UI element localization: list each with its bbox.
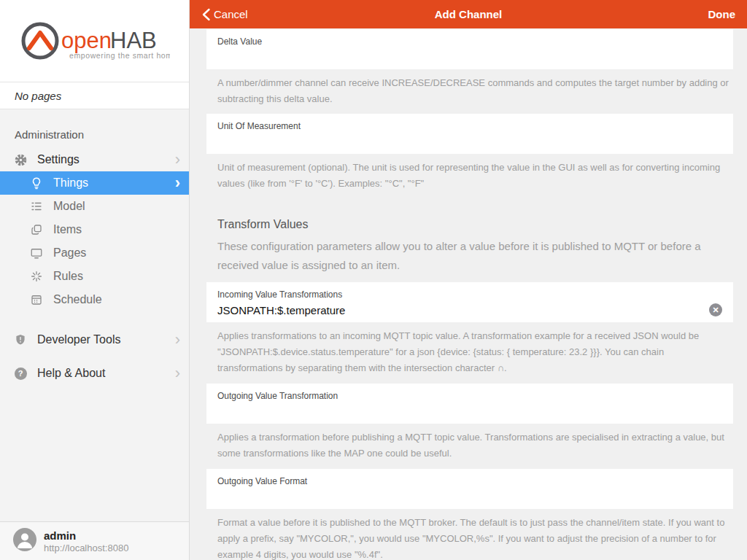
field-label: Outgoing Value Format [217,476,722,486]
outgoing-value-transformation-field: Outgoing Value Transformation [206,384,733,424]
sidebar-item-label: Schedule [53,293,102,306]
delta-value-field: Delta Value [206,29,733,69]
sidebar-item-label: Model [53,200,85,213]
pages-display-icon [29,246,44,260]
done-button[interactable]: Done [708,8,736,20]
field-label: Unit Of Measurement [217,121,722,131]
field-description: Applies transformations to an incoming M… [206,328,733,376]
sidebar-item-label: Rules [53,270,83,283]
transform-values-section-description: These configuration parameters allow you… [206,237,733,275]
sidebar-item-settings[interactable]: Settings › [0,148,189,171]
openhab-logo-graphic: open HAB empowering the smart home [20,18,170,64]
outgoing-value-format-input[interactable] [217,490,722,503]
field-description: Applies a transformation before publishi… [206,429,733,462]
schedule-calendar-icon [29,292,44,307]
outgoing-value-transformation-input[interactable] [217,405,722,418]
sidebar-item-rules[interactable]: Rules [0,265,189,288]
model-tree-icon [29,199,44,214]
field-label: Outgoing Value Transformation [217,391,722,401]
unit-of-measurement-field: Unit Of Measurement [206,114,733,154]
chevron-right-icon: › [175,332,180,347]
lightbulb-icon [29,176,44,190]
rules-sparkle-icon [29,269,44,284]
gear-icon [13,152,28,167]
sidebar-item-label: Developer Tools [37,333,120,346]
field-description: A number/dimmer channel can receive INCR… [206,75,733,107]
chevron-right-icon: › [175,366,180,381]
administration-heading: Administration [0,120,189,148]
transform-values-section-title: Transform Values [206,218,733,231]
add-channel-form: Delta Value A number/dimmer channel can … [190,28,747,560]
avatar [13,528,36,554]
sidebar-item-label: Help & About [37,367,105,380]
brand-word-open: open [61,28,112,53]
page-title: Add Channel [190,8,747,20]
brand-word-hab: HAB [110,28,157,53]
field-label: Incoming Value Transformations [217,289,722,300]
openhab-logo: open HAB empowering the smart home [0,0,189,82]
outgoing-value-format-field: Outgoing Value Format [206,469,733,509]
user-name: admin [44,529,128,542]
unit-of-measurement-input[interactable] [217,135,722,148]
add-channel-navbar: Cancel Add Channel Done [190,0,747,28]
field-description: Unit of measurement (optional). The unit… [206,160,733,192]
sidebar-item-model[interactable]: Model [0,195,189,218]
server-url: http://localhost:8080 [44,542,128,553]
sidebar-item-label: Things [53,176,88,190]
incoming-value-transformations-field: Incoming Value Transformations ✕ [206,282,733,322]
chevron-right-icon: › [175,152,180,167]
sidebar-item-help-about[interactable]: ? Help & About › [0,357,189,390]
sidebar-item-label: Settings [37,153,80,166]
shield-exclamation-icon [13,332,28,347]
clear-input-icon[interactable]: ✕ [709,303,722,316]
user-account-row[interactable]: admin http://localhost:8080 [0,521,189,560]
chevron-left-icon [201,8,211,21]
sidebar: open HAB empowering the smart home No pa… [0,0,190,560]
sidebar-item-items[interactable]: Items [0,218,189,241]
cancel-button[interactable]: Cancel [201,8,248,21]
chevron-right-icon: › [175,176,180,190]
items-copy-icon [29,222,44,237]
incoming-value-transformations-input[interactable] [217,303,709,316]
delta-value-input[interactable] [217,50,722,63]
brand-tagline: empowering the smart home [69,51,170,60]
sidebar-menu: Administration Settings › Things › [0,109,189,521]
field-label: Delta Value [217,36,722,47]
sidebar-item-label: Pages [53,246,86,260]
no-pages-label: No pages [15,90,61,102]
sidebar-item-pages[interactable]: Pages [0,241,189,265]
sidebar-item-developer-tools[interactable]: Developer Tools › [0,323,189,357]
sidebar-item-things[interactable]: Things › [0,171,189,195]
cancel-label: Cancel [214,8,248,20]
question-circle-icon: ? [13,366,28,381]
sidebar-item-label: Items [53,223,82,236]
sidebar-item-schedule[interactable]: Schedule [0,288,189,311]
field-description: Format a value before it is published to… [206,515,733,560]
menu-spacer [0,311,189,323]
no-pages-placeholder: No pages [0,82,189,109]
